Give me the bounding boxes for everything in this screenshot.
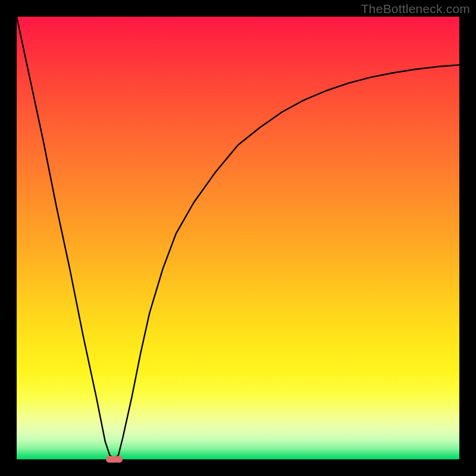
plot-area — [17, 17, 459, 459]
optimal-point-marker — [106, 456, 123, 463]
chart-frame: TheBottleneck.com — [0, 0, 476, 476]
bottleneck-curve — [17, 17, 459, 459]
watermark-text: TheBottleneck.com — [361, 2, 470, 16]
